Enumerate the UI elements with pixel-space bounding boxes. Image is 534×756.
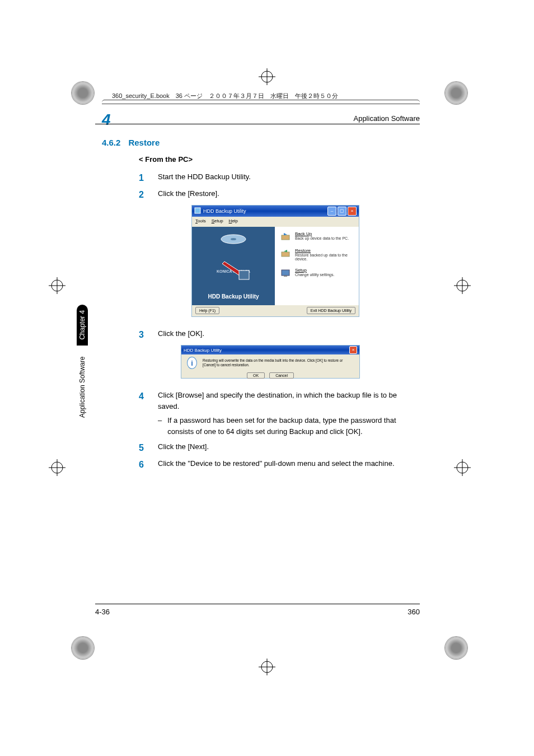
svg-rect-18 (195, 208, 200, 213)
step-1-text: Start the HDD Backup Utility. (158, 171, 420, 183)
figure-confirm-dialog: HDD Backup Utility × i Restoring will ov… (181, 345, 360, 379)
side-tab-label: Application Software (78, 357, 86, 418)
option-setup[interactable]: Setup Change utility settings. (275, 263, 359, 280)
step-4-text: Click [Browse] and specify the destinati… (158, 390, 420, 412)
dialog-ok-button[interactable]: OK (247, 372, 265, 379)
svg-rect-23 (282, 252, 289, 256)
running-head-title: Application Software (353, 114, 420, 123)
restore-title: Restore (295, 248, 353, 253)
step-4-subtext: If a password has been set for the backu… (167, 415, 420, 437)
step-2-text: Click the [Restore]. (158, 188, 420, 199)
footer-page-left: 4-36 (95, 608, 110, 616)
svg-rect-21 (239, 270, 249, 279)
backup-icon (280, 231, 291, 241)
window-titlebar: HDD Backup Utility – ▢ × (192, 206, 359, 217)
step-2-number: 2 (139, 188, 147, 202)
menu-help[interactable]: Help (229, 218, 238, 223)
step-5-number: 5 (139, 441, 147, 455)
restore-desc: Restore backed up data to the device. (295, 253, 353, 261)
menu-setup[interactable]: Setup (212, 218, 223, 223)
step-5-text: Click the [Next]. (158, 441, 420, 452)
disk-graphic-icon (217, 232, 250, 249)
crop-mark-br (445, 637, 467, 659)
restore-arrow-icon (218, 259, 251, 282)
reg-mark-right-top (454, 277, 471, 294)
close-button[interactable]: × (348, 207, 357, 216)
step-3-number: 3 (139, 328, 147, 342)
footer-page-right: 360 (407, 608, 420, 616)
app-icon (194, 207, 201, 215)
svg-rect-22 (282, 235, 289, 240)
chapter-pill: Chapter 4 (77, 305, 88, 346)
menubar: Tools Setup Help (192, 217, 359, 225)
option-restore[interactable]: Restore Restore backed up data to the de… (275, 244, 359, 263)
info-icon: i (187, 357, 197, 369)
dash-icon: – (158, 415, 162, 437)
dialog-message: Restoring will overwrite the data on the… (203, 358, 354, 367)
crop-header-text: 360_security_E.book 36 ページ ２００７年３月７日 水曜日… (112, 92, 338, 100)
svg-rect-25 (284, 276, 287, 277)
minimize-button[interactable]: – (327, 207, 336, 216)
help-button[interactable]: Help (F1) (195, 307, 219, 314)
step-1-number: 1 (139, 171, 147, 185)
dialog-title: HDD Backup Utility (184, 348, 222, 353)
crop-mark-tr (445, 82, 467, 104)
sub-heading: < From the PC> (139, 155, 420, 164)
step-6-text: Click the "Device to be restored" pull-d… (158, 458, 420, 469)
reg-mark-bot-ctr (259, 659, 275, 675)
section-number: 4 (102, 111, 111, 129)
setup-desc: Change utility settings. (295, 273, 334, 277)
heading-title: Restore (128, 138, 160, 147)
figure-hdd-backup-utility: HDD Backup Utility – ▢ × Tools Setup Hel… (191, 205, 359, 317)
window-title: HDD Backup Utility (203, 208, 246, 214)
header-rule (95, 124, 420, 124)
maximize-button[interactable]: ▢ (338, 207, 346, 216)
reg-mark-left-top (49, 277, 65, 294)
setup-icon (280, 268, 291, 278)
crop-mark-tl (72, 82, 94, 104)
svg-rect-24 (282, 270, 289, 276)
step-3-text: Click the [OK]. (158, 328, 420, 339)
reg-mark-left-bot (49, 459, 65, 476)
step-4-number: 4 (139, 390, 147, 403)
exit-button[interactable]: Exit HDD Backup Utility (307, 307, 355, 314)
utility-title: HDD Backup Utility (208, 293, 259, 300)
backup-desc: Back up device data to the PC. (295, 236, 349, 240)
menu-tools[interactable]: Tools (195, 218, 206, 223)
setup-title: Setup (295, 268, 334, 273)
svg-point-20 (231, 238, 236, 240)
dialog-close-button[interactable]: × (349, 346, 357, 354)
crop-header-rule (102, 100, 420, 104)
step-6-number: 6 (139, 458, 147, 472)
reg-mark-right-bot (454, 459, 471, 476)
heading-number: 4.6.2 (102, 138, 120, 147)
crop-mark-bl (72, 637, 94, 659)
option-backup[interactable]: Back Up Back up device data to the PC. (275, 227, 359, 244)
dialog-cancel-button[interactable]: Cancel (269, 372, 294, 379)
backup-title: Back Up (295, 231, 349, 236)
restore-icon (280, 248, 291, 258)
brand-panel: KONICA MINOLTA HDD Backup Utility (192, 227, 275, 305)
